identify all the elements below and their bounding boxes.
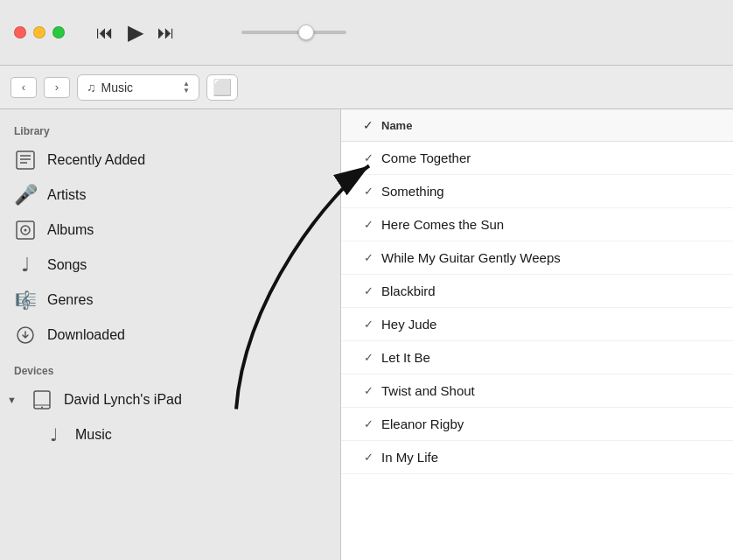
song-name: Come Together [381,150,471,165]
downloaded-icon [14,324,37,346]
music-label: Music [75,427,112,443]
sidebar-item-artists[interactable]: 🎤 Artists [0,178,340,213]
song-check: ✓ [355,185,381,198]
song-row[interactable]: ✓Blackbird [341,275,733,308]
ipad-label: David Lynch's iPad [64,392,182,408]
header-check-col: ✓ [355,118,381,132]
albums-label: Albums [47,222,94,238]
music-note-icon: ♫ [87,80,96,94]
albums-icon [14,219,37,242]
song-check: ✓ [355,318,381,331]
minimize-button[interactable] [33,26,45,38]
fastforward-icon: ⏭ [157,23,175,43]
song-name: Blackbird [381,284,436,298]
song-row[interactable]: ✓Let It Be [341,341,733,374]
song-row[interactable]: ✓Hey Jude [341,308,733,341]
song-check: ✓ [355,351,381,364]
sidebar-item-recently-added[interactable]: Recently Added [0,143,340,178]
svg-rect-8 [34,391,50,409]
slider-thumb [298,24,314,40]
music-icon: ♩ [42,424,65,446]
title-bar: ⏮ ▶ ⏭ [0,0,733,66]
song-name: While My Guitar Gently Weeps [381,250,561,265]
song-check: ✓ [355,451,381,464]
song-row[interactable]: ✓While My Guitar Gently Weeps [341,242,733,275]
sidebar-item-genres[interactable]: 🎼 Genres [0,283,340,318]
artists-icon: 🎤 [14,184,37,206]
song-name: Hey Jude [381,317,436,332]
song-row[interactable]: ✓Eleanor Rigby [341,408,733,441]
sidebar-item-songs[interactable]: ♩ Songs [0,248,340,283]
song-name: Let It Be [381,350,430,365]
song-name: Something [381,184,444,199]
song-row[interactable]: ✓Here Comes the Sun [341,208,733,242]
location-text: Music [101,80,134,94]
rewind-icon: ⏮ [96,23,114,43]
device-button[interactable]: ⬜ [206,74,238,101]
artists-label: Artists [47,187,86,203]
recently-added-label: Recently Added [47,152,145,168]
sidebar-item-albums[interactable]: Albums [0,213,340,248]
rewind-button[interactable]: ⏮ [96,23,114,43]
play-button[interactable]: ▶ [128,20,143,45]
songs-label: Songs [47,257,87,273]
sidebar-item-downloaded[interactable]: Downloaded [0,318,340,353]
song-name: Twist and Shout [381,383,475,398]
song-row[interactable]: ✓Something [341,175,733,208]
song-name: In My Life [381,450,438,465]
song-check: ✓ [355,384,381,397]
genres-label: Genres [47,292,93,308]
song-list-header: ✓ Name [341,109,733,142]
svg-point-6 [24,229,27,232]
transport-controls: ⏮ ▶ ⏭ [96,20,175,45]
back-button[interactable]: ‹ [10,77,37,98]
sidebar-item-ipad[interactable]: ▼ David Lynch's iPad [0,382,340,417]
song-row[interactable]: ✓In My Life [341,441,733,474]
forward-button[interactable]: › [44,77,70,98]
genres-icon: 🎼 [14,289,37,312]
song-row[interactable]: ✓Come Together [341,142,733,175]
header-checkmark: ✓ [363,118,373,132]
library-label: Library [0,122,340,143]
traffic-lights [14,26,65,38]
song-row[interactable]: ✓Twist and Shout [341,374,733,408]
downloaded-label: Downloaded [47,327,125,343]
sidebar-divider [0,353,340,361]
device-icon: ⬜ [213,78,232,97]
fastforward-button[interactable]: ⏭ [157,23,175,43]
chevron-icon: ▼ [7,395,17,405]
sidebar: Library Recently Added 🎤 Artists [0,109,341,560]
volume-slider[interactable] [241,31,346,34]
song-check: ✓ [355,251,381,264]
svg-point-10 [41,407,43,409]
song-check: ✓ [355,218,381,231]
ipad-icon [31,388,53,411]
header-name-col: Name [381,119,412,132]
song-name: Eleanor Rigby [381,416,464,431]
play-icon: ▶ [128,20,143,45]
devices-label: Devices [0,361,340,382]
maximize-button[interactable] [52,26,65,38]
song-check: ✓ [355,284,381,298]
song-check: ✓ [355,417,381,430]
location-arrows: ▲ ▼ [183,80,190,94]
songs-icon: ♩ [14,254,37,276]
svg-rect-0 [17,151,34,169]
song-name: Here Comes the Sun [381,217,504,232]
forward-icon: › [55,80,59,94]
song-check: ✓ [355,151,381,164]
main-content: Library Recently Added 🎤 Artists [0,109,733,560]
content-panel: ✓ Name ✓Come Together✓Something✓Here Com… [341,109,733,560]
nav-bar: ‹ › ♫ Music ▲ ▼ ⬜ [0,66,733,109]
location-picker[interactable]: ♫ Music ▲ ▼ [77,74,199,101]
slider-track [241,31,346,34]
back-icon: ‹ [22,80,25,94]
song-list: ✓Come Together✓Something✓Here Comes the … [341,142,733,474]
close-button[interactable] [14,26,26,38]
recently-added-icon [14,149,37,172]
sidebar-item-music[interactable]: ♩ Music [0,417,340,452]
